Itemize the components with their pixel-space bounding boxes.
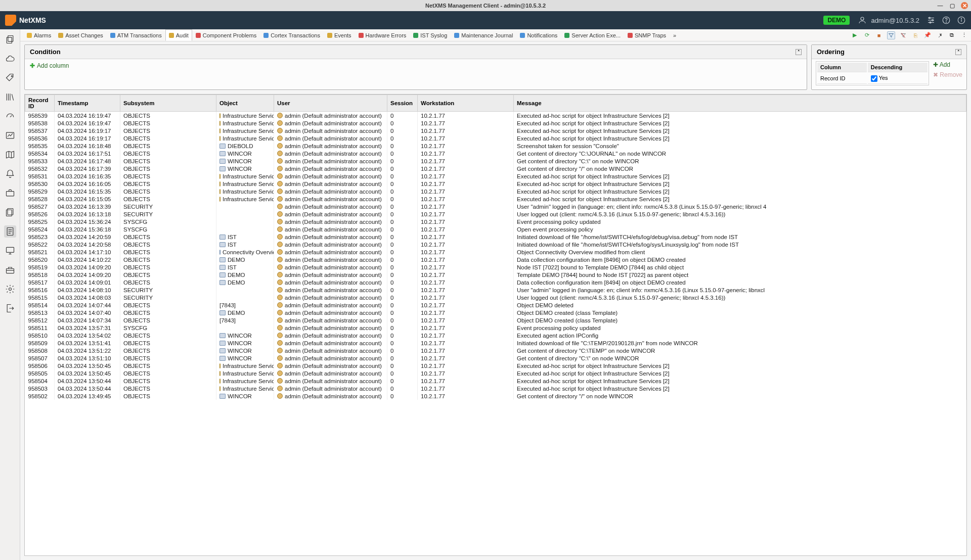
nav-stack-icon[interactable]	[4, 206, 16, 218]
table-row[interactable]: 95850204.03.2024 13:49:45OBJECTSWINCORad…	[25, 392, 966, 400]
table-row[interactable]: 95853604.03.2024 16:19:17OBJECTSInfrastr…	[25, 134, 966, 142]
table-row[interactable]: 95852504.03.2024 15:36:24SYSCFGadmin (De…	[25, 218, 966, 225]
nav-gear-icon[interactable]	[4, 283, 16, 295]
toolbar-clearfilter-icon[interactable]	[899, 31, 907, 39]
table-row[interactable]: 95853504.03.2024 16:18:48OBJECTSDIEBOLDa…	[25, 142, 966, 150]
table-row[interactable]: 95852104.03.2024 14:17:10OBJECTSConnecti…	[25, 248, 966, 256]
table-row[interactable]: 95851304.03.2024 14:07:40OBJECTSDEMOadmi…	[25, 309, 966, 316]
window-minimize-icon[interactable]: —	[937, 2, 944, 9]
window-close-icon[interactable]: ✕	[961, 2, 968, 9]
table-row[interactable]: 95852804.03.2024 16:15:05OBJECTSInfrastr…	[25, 195, 966, 203]
condition-collapse-icon[interactable]: ˄	[796, 49, 802, 55]
nav-cloud-icon[interactable]	[4, 53, 16, 65]
condition-add-column[interactable]: ✚ Add column	[30, 62, 69, 69]
table-row[interactable]: 95851704.03.2024 14:09:01OBJECTSDEMOadmi…	[25, 278, 966, 286]
ordering-collapse-icon[interactable]: ˄	[955, 49, 961, 55]
toolbar-popout-icon[interactable]: ⧉	[948, 31, 956, 39]
table-row[interactable]: 95850804.03.2024 13:51:22OBJECTSWINCORad…	[25, 347, 966, 354]
tab-audit[interactable]: Audit	[165, 29, 192, 41]
toolbar-run-icon[interactable]: ▶	[851, 31, 859, 39]
tab-component-problems[interactable]: Component Problems	[192, 29, 260, 41]
table-row[interactable]: 95850404.03.2024 13:50:44OBJECTSInfrastr…	[25, 377, 966, 385]
nav-library-icon[interactable]	[4, 91, 16, 103]
table-row[interactable]: 95852704.03.2024 16:13:39SECURITYadmin (…	[25, 203, 966, 210]
toolbar-pin-icon[interactable]: 📌	[923, 31, 932, 39]
table-row[interactable]: 95852404.03.2024 15:36:18SYSCFGadmin (De…	[25, 225, 966, 233]
tab-snmp-traps[interactable]: SNMP Traps	[624, 29, 670, 41]
table-row[interactable]: 95851604.03.2024 14:08:10SECURITYadmin (…	[25, 286, 966, 294]
toolbar-menu-icon[interactable]: ⋮	[960, 31, 968, 39]
nav-exit-icon[interactable]	[4, 302, 16, 314]
column-header-obj[interactable]: Object	[216, 95, 274, 112]
table-row[interactable]: 95850704.03.2024 13:51:10OBJECTSWINCORad…	[25, 354, 966, 362]
window-maximize-icon[interactable]: ▢	[949, 2, 956, 9]
info-icon[interactable]	[957, 16, 966, 25]
table-row[interactable]: 95852304.03.2024 14:20:59OBJECTSISTadmin…	[25, 233, 966, 241]
tab-events[interactable]: Events	[324, 29, 355, 41]
table-row[interactable]: 95852604.03.2024 16:13:18SECURITYadmin (…	[25, 210, 966, 218]
tab-cortex-transactions[interactable]: Cortex Transactions	[260, 29, 324, 41]
table-row[interactable]: 95853804.03.2024 16:19:47OBJECTSInfrastr…	[25, 119, 966, 127]
ordering-col-column[interactable]: Column	[817, 63, 867, 72]
nav-briefcase-icon[interactable]	[4, 187, 16, 199]
tab-asset-changes[interactable]: Asset Changes	[55, 29, 107, 41]
header-user[interactable]: admin@10.5.3.2	[858, 16, 919, 25]
ordering-row[interactable]: Record ID Yes	[817, 73, 928, 84]
table-row[interactable]: 95853204.03.2024 16:17:39OBJECTSWINCORad…	[25, 165, 966, 172]
column-header-user[interactable]: User	[274, 95, 387, 112]
table-row[interactable]: 95853104.03.2024 16:16:35OBJECTSInfrastr…	[25, 172, 966, 180]
column-header-sess[interactable]: Session	[387, 95, 418, 112]
toolbar-refresh-icon[interactable]: ⟳	[863, 31, 871, 39]
table-row[interactable]: 95853004.03.2024 16:16:05OBJECTSInfrastr…	[25, 180, 966, 188]
nav-copy-icon[interactable]	[4, 33, 16, 45]
table-row[interactable]: 95851104.03.2024 13:57:31SYSCFGadmin (De…	[25, 324, 966, 332]
ordering-row-checkbox[interactable]	[871, 75, 877, 82]
tab-ist-syslog[interactable]: IST Syslog	[410, 29, 451, 41]
toolbar-export-icon[interactable]: ⭷	[936, 31, 944, 39]
table-row[interactable]: 95850304.03.2024 13:50:44OBJECTSInfrastr…	[25, 385, 966, 392]
column-header-record[interactable]: Record ID	[25, 95, 55, 112]
table-row[interactable]: 95852204.03.2024 14:20:58OBJECTSISTadmin…	[25, 241, 966, 248]
table-row[interactable]: 95851804.03.2024 14:09:20OBJECTSDEMOadmi…	[25, 271, 966, 278]
ordering-col-descending[interactable]: Descending	[868, 63, 928, 72]
nav-dashboard-icon[interactable]	[4, 110, 16, 122]
table-row[interactable]: 95851404.03.2024 14:07:44OBJECTS[7843]ad…	[25, 301, 966, 309]
tab-alarms[interactable]: Alarms	[23, 29, 55, 41]
nav-log-icon[interactable]	[4, 225, 16, 238]
toolbar-stop-icon[interactable]: ■	[875, 31, 883, 39]
tab-notifications[interactable]: Notifications	[516, 29, 561, 41]
toolbar-copy-icon[interactable]: ⎘	[911, 31, 919, 39]
help-icon[interactable]	[942, 16, 951, 25]
table-row[interactable]: 95852904.03.2024 16:15:35OBJECTSInfrastr…	[25, 188, 966, 195]
toolbar-filter-icon[interactable]	[887, 31, 895, 39]
table-row[interactable]: 95851004.03.2024 13:54:02OBJECTSWINCORad…	[25, 332, 966, 339]
nav-monitor-icon[interactable]	[4, 245, 16, 257]
ordering-add[interactable]: ✚ Add	[933, 61, 962, 68]
table-row[interactable]: 95850904.03.2024 13:51:41OBJECTSWINCORad…	[25, 339, 966, 347]
table-row[interactable]: 95853904.03.2024 16:19:47OBJECTSInfrastr…	[25, 112, 966, 120]
nav-tag-icon[interactable]	[4, 72, 16, 84]
column-header-msg[interactable]: Message	[514, 95, 966, 112]
column-header-ws[interactable]: Workstation	[418, 95, 514, 112]
nav-chart-icon[interactable]	[4, 129, 16, 142]
table-row[interactable]: 95850604.03.2024 13:50:45OBJECTSInfrastr…	[25, 362, 966, 369]
table-row[interactable]: 95853404.03.2024 16:17:51OBJECTSWINCORad…	[25, 150, 966, 157]
table-row[interactable]: 95853304.03.2024 16:17:48OBJECTSWINCORad…	[25, 157, 966, 165]
column-header-sub[interactable]: Subsystem	[120, 95, 216, 112]
tab-overflow[interactable]: »	[670, 29, 680, 41]
tab-atm-transactions[interactable]: ATM Transactions	[107, 29, 165, 41]
table-row[interactable]: 95851904.03.2024 14:09:20OBJECTSISTadmin…	[25, 263, 966, 271]
table-row[interactable]: 95851204.03.2024 14:07:34OBJECTS[7843]ad…	[25, 316, 966, 324]
column-header-ts[interactable]: Timestamp	[55, 95, 120, 112]
table-row[interactable]: 95850504.03.2024 13:50:45OBJECTSInfrastr…	[25, 369, 966, 377]
tab-maintenance-journal[interactable]: Maintenance Journal	[451, 29, 516, 41]
table-row[interactable]: 95852004.03.2024 14:10:22OBJECTSDEMOadmi…	[25, 256, 966, 263]
nav-map-icon[interactable]	[4, 149, 16, 161]
table-row[interactable]: 95853704.03.2024 16:19:17OBJECTSInfrastr…	[25, 127, 966, 134]
table-row[interactable]: 95851504.03.2024 14:08:03SECURITYadmin (…	[25, 294, 966, 301]
tab-server-action-exe-[interactable]: Server Action Exe...	[561, 29, 624, 41]
settings-sliders-icon[interactable]	[926, 16, 936, 25]
nav-alarm-icon[interactable]	[4, 168, 16, 180]
audit-log-grid[interactable]: Record IDTimestampSubsystemObjectUserSes…	[24, 94, 967, 556]
tab-hardware-errors[interactable]: Hardware Errors	[355, 29, 410, 41]
